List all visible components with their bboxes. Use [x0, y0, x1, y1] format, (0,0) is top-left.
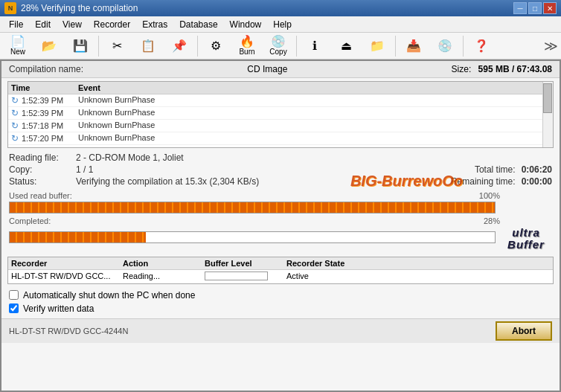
menu-database[interactable]: Database [173, 18, 223, 31]
toolbar: 📄 New 📂 💾 ✂ 📋 📌 ⚙ 🔥 Burn 💿 Copy ℹ ⏏ 📁 📥 [0, 33, 561, 60]
read-buffer-bar-row [9, 202, 552, 216]
info-icon: ℹ [312, 40, 317, 52]
info-button[interactable]: ℹ [300, 38, 330, 54]
minimize-button[interactable]: ─ [513, 2, 527, 14]
copy-icon: 💿 [271, 36, 286, 48]
ultra-buffer-logo: ultra Buffer [500, 227, 552, 251]
copy-files-icon: 📋 [141, 40, 156, 52]
rec-col-buffer: Buffer Level [205, 259, 286, 268]
auto-shutdown-checkbox[interactable] [9, 290, 19, 300]
log-col-event: Event [78, 83, 550, 92]
log-col-time: Time [11, 83, 78, 92]
toolbar-sep-2 [197, 36, 198, 57]
verify-row: Verify written data [9, 303, 552, 314]
menu-recorder[interactable]: Recorder [88, 18, 136, 31]
maximize-button[interactable]: □ [528, 2, 542, 14]
burn-settings-icon: ⚙ [211, 40, 221, 52]
disc-info-icon: 💿 [437, 40, 452, 52]
import-icon: 📥 [406, 40, 421, 52]
main-window: Compilation name: CD Image Size: 595 MB … [0, 60, 561, 392]
copy-button[interactable]: 💿 Copy [263, 33, 293, 58]
log-icon-4: ↻ [11, 133, 19, 144]
app-icon: N [4, 2, 16, 14]
menu-bar: File Edit View Recorder Extras Database … [0, 16, 561, 33]
new-icon: 📄 [10, 36, 25, 48]
verify-checkbox[interactable] [9, 303, 19, 313]
burn-settings-button[interactable]: ⚙ [201, 38, 231, 54]
save-button[interactable]: 💾 [65, 38, 95, 54]
footer-device-name: HL-DT-ST RW/DVD GCC-4244N [9, 327, 128, 335]
status-label: Status: [9, 176, 76, 187]
log-icon-1: ↻ [11, 95, 19, 106]
completed-bar-row: ultra Buffer [9, 227, 552, 251]
rec-col-action: Action [123, 259, 205, 268]
rec-col-recorder: Recorder [11, 259, 123, 268]
disc-info-button[interactable]: 💿 [430, 38, 460, 54]
toolbar-sep-5 [463, 36, 464, 57]
rec-state-value: Active [286, 271, 550, 282]
log-area: Time Event ↻1:52:39 PM Unknown BurnPhase… [7, 81, 554, 148]
status-row: Status: Verifying the compilation at 15.… [9, 176, 552, 187]
eject-icon: ⏏ [341, 40, 352, 52]
auto-shutdown-label: Automatically shut down the PC when done [23, 290, 195, 301]
log-time-1: ↻1:52:39 PM [11, 95, 78, 106]
menu-view[interactable]: View [57, 18, 88, 31]
ultra-text: ultra [512, 226, 540, 239]
toolbar-sep-4 [395, 36, 396, 57]
eject-button[interactable]: ⏏ [331, 38, 361, 54]
log-row: ↻1:52:39 PM Unknown BurnPhase [8, 107, 553, 120]
comp-size-label: Size: 595 MB / 67:43.08 [452, 64, 552, 74]
rec-recorder-value: HL-DT-ST RW/DVD GCC... [11, 271, 123, 282]
completed-wrap: Completed: 28% ultra Buffer [9, 216, 552, 251]
help-button[interactable]: ❓ [467, 38, 496, 54]
watermark: BIG-BurrewoOo [350, 173, 463, 190]
menu-extras[interactable]: Extras [136, 18, 173, 31]
paste-icon: 📌 [172, 40, 187, 52]
copy-row: Copy: 1 / 1 Total time: 0:06:20 [9, 164, 552, 175]
close-button[interactable]: ✕ [543, 2, 557, 14]
open-icon: 📂 [42, 40, 57, 52]
menu-file[interactable]: File [3, 18, 29, 31]
log-row: ↻1:52:39 PM Unknown BurnPhase [8, 94, 553, 107]
copy-label: Copy [269, 48, 286, 56]
auto-shutdown-row: Automatically shut down the PC when done [9, 290, 552, 301]
read-buffer-bar [9, 202, 496, 213]
log-event-2: Unknown BurnPhase [78, 108, 550, 118]
recorder-table-header: Recorder Action Buffer Level Recorder St… [8, 257, 553, 270]
comp-name-label: Compilation name: [9, 64, 83, 74]
log-icon-2: ↻ [11, 108, 19, 118]
import-button[interactable]: 📥 [399, 38, 429, 54]
log-row: ↻1:57:20 PM Unknown BurnPhase [8, 132, 553, 145]
rec-buffer-value [205, 271, 286, 282]
log-time-2: ↻1:52:39 PM [11, 108, 78, 118]
buffer-section: Used read buffer: 100% Completed: 28% [1, 190, 560, 254]
toolbar-expand-icon[interactable]: ≫ [544, 38, 558, 54]
log-event-4: Unknown BurnPhase [78, 133, 550, 144]
copy-files-button[interactable]: 📋 [133, 38, 163, 54]
menu-help[interactable]: Help [267, 18, 298, 31]
menu-window[interactable]: Window [224, 18, 268, 31]
paste-button[interactable]: 📌 [164, 38, 194, 54]
log-header: Time Event [8, 82, 553, 94]
cut-button[interactable]: ✂ [102, 38, 132, 54]
verify-label: Verify written data [23, 303, 94, 314]
folder-button[interactable]: 📁 [362, 38, 392, 54]
log-icon-3: ↻ [11, 121, 19, 131]
log-time-3: ↻1:57:18 PM [11, 121, 78, 131]
completed-percent: 28% [484, 216, 500, 225]
save-icon: 💾 [73, 40, 88, 52]
burn-button[interactable]: 🔥 Burn [232, 33, 262, 58]
cut-icon: ✂ [112, 40, 122, 52]
window-title: 28% Verifying the compilation [21, 3, 138, 13]
remaining-time-value: 0:00:00 [522, 176, 552, 187]
reading-file-row: Reading file: 2 - CD-ROM Mode 1, Joliet [9, 152, 552, 163]
abort-button[interactable]: Abort [496, 321, 552, 341]
new-button[interactable]: 📄 New [3, 33, 33, 58]
log-scrollbar[interactable] [542, 82, 553, 147]
menu-edit[interactable]: Edit [29, 18, 57, 31]
burn-label: Burn [239, 48, 254, 56]
open-button[interactable]: 📂 [34, 38, 64, 54]
total-time-value: 0:06:20 [522, 164, 552, 175]
used-read-buffer-label: Used read buffer: [9, 191, 72, 200]
toolbar-sep-3 [296, 36, 297, 57]
